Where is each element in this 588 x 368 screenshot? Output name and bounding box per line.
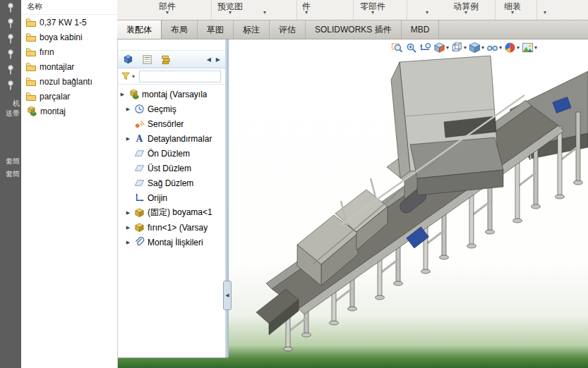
file-item-montajlar[interactable]: montajlar bbox=[21, 59, 117, 74]
file-item-f-r-n[interactable]: fırın bbox=[21, 44, 117, 59]
zoom-fit-icon bbox=[391, 42, 403, 54]
tab-item-2[interactable]: 草图 bbox=[198, 20, 234, 39]
tree-item-montaj-varsay-la[interactable]: ▶montaj (Varsayıla bbox=[117, 87, 225, 102]
zoom-area-button[interactable] bbox=[405, 42, 417, 54]
dropdown-caret-icon[interactable]: ▾ bbox=[464, 44, 467, 51]
dropdown-caret-icon[interactable]: ▾ bbox=[426, 9, 428, 16]
file-item-par-alar[interactable]: parçalar bbox=[21, 89, 117, 104]
tree-item-boyama-1[interactable]: ▶(固定) boyama<1 bbox=[117, 205, 225, 220]
dock-tab-label[interactable]: 套筒 bbox=[6, 169, 20, 179]
ribbon-separator bbox=[353, 0, 354, 20]
tree-item-st-d-zlem[interactable]: Üst Düzlem bbox=[117, 161, 225, 176]
dropdown-caret-icon[interactable]: ▾ bbox=[371, 9, 374, 16]
ribbon-separator bbox=[495, 0, 496, 20]
tree-item-label: montaj (Varsayıla bbox=[142, 90, 207, 99]
file-item-montaj[interactable]: montaj bbox=[21, 104, 117, 118]
dropdown-caret-icon[interactable]: ▾ bbox=[517, 44, 520, 51]
dropdown-caret-icon[interactable]: ▾ bbox=[499, 44, 502, 51]
dock-tab-label[interactable]: 送带 bbox=[6, 109, 20, 118]
file-item-boya-kabini[interactable]: boya kabini bbox=[21, 30, 117, 44]
dropdown-caret-icon[interactable]: ▾ bbox=[544, 9, 546, 16]
pin-icon[interactable] bbox=[0, 78, 21, 93]
plane-icon bbox=[134, 163, 145, 173]
tab-solidworks[interactable]: SOLIDWORKS 插件 bbox=[306, 20, 402, 39]
feature-manager-tab[interactable] bbox=[123, 54, 133, 65]
tree-item-n-d-zlem[interactable]: Ön Düzlem bbox=[117, 146, 225, 161]
scene-button[interactable]: ▾ bbox=[522, 42, 537, 54]
dropdown-caret-icon[interactable]: ▾ bbox=[481, 44, 484, 51]
tree-item-label: Detaylandırmalar bbox=[148, 134, 212, 144]
tree-item-sa-d-zlem[interactable]: Sağ Düzlem bbox=[117, 176, 225, 190]
display-style-button[interactable]: ▾ bbox=[469, 42, 484, 54]
feature-manager-panel: ◀▶ ▾ ▶montaj (Varsayıla▶GeçmişSensörler▶… bbox=[117, 39, 226, 358]
filter-input[interactable] bbox=[139, 70, 221, 82]
tree-item-orijin[interactable]: Orijin bbox=[117, 190, 225, 205]
file-item-nozul-ba-lant[interactable]: nozul bağlantı bbox=[21, 74, 117, 89]
expand-arrow-icon[interactable]: ▶ bbox=[125, 106, 131, 112]
tree-item-f-r-n-1-varsay[interactable]: ▶fırın<1> (Varsay bbox=[117, 220, 225, 235]
pin-icon[interactable] bbox=[0, 62, 21, 78]
file-item-label: fırın bbox=[40, 47, 54, 57]
view-orientation-button[interactable]: ▾ bbox=[451, 42, 467, 54]
annotations-icon: A bbox=[134, 133, 145, 144]
hide-show-icon bbox=[486, 42, 498, 54]
dropdown-caret-icon[interactable]: ▾ bbox=[305, 9, 308, 16]
history-icon bbox=[134, 104, 145, 114]
folder-icon bbox=[26, 33, 36, 42]
pin-icon[interactable] bbox=[0, 47, 21, 62]
tab-mbd[interactable]: MBD bbox=[402, 20, 440, 39]
appearance-button[interactable]: ▾ bbox=[504, 42, 520, 54]
file-list-header: 名称 bbox=[21, 0, 117, 15]
tree-item-sens-rler[interactable]: Sensörler bbox=[117, 116, 225, 131]
tree-item-ge-mi[interactable]: ▶Geçmiş bbox=[117, 102, 225, 116]
pin-icon[interactable] bbox=[0, 16, 21, 31]
expand-arrow-icon[interactable]: ▶ bbox=[119, 92, 126, 97]
ribbon-buttons-row: 部件▾预览图▾件▾零部件▾动算例▾细装▾▾▾▾ bbox=[117, 0, 588, 20]
folder-icon bbox=[26, 63, 36, 71]
ribbon-separator bbox=[211, 0, 212, 20]
panel-collapse-button[interactable]: ◀ bbox=[223, 281, 232, 310]
file-item-0-37-kw-1-5[interactable]: 0,37 KW 1-5 bbox=[21, 15, 117, 30]
expand-arrow-icon[interactable]: ▶ bbox=[125, 136, 131, 142]
expand-arrow-icon[interactable]: ▶ bbox=[125, 210, 131, 216]
tab-item-0[interactable]: 装配体 bbox=[117, 20, 162, 39]
tab-item-4[interactable]: 评估 bbox=[270, 20, 306, 39]
dropdown-caret-icon[interactable]: ▾ bbox=[229, 9, 232, 16]
dock-tab-label[interactable]: 套筒 bbox=[6, 157, 20, 166]
tree-item-label: Sensörler bbox=[148, 119, 184, 129]
dropdown-caret-icon[interactable]: ▾ bbox=[166, 9, 169, 16]
tree-item-montaj-i-li-kileri[interactable]: ▶Montaj İlişkileri bbox=[117, 235, 225, 250]
tree-item-detayland-rmalar[interactable]: ▶ADetaylandırmalar bbox=[117, 131, 225, 146]
tree-filter[interactable]: ▾ bbox=[117, 68, 225, 85]
property-manager-tab[interactable] bbox=[142, 54, 152, 65]
origin-icon bbox=[134, 192, 145, 203]
mates-icon bbox=[134, 237, 145, 247]
tree-item-label: Geçmiş bbox=[148, 104, 176, 114]
assembly-icon bbox=[128, 89, 139, 99]
filter-caret-icon[interactable]: ▾ bbox=[132, 73, 135, 80]
filter-funnel-icon[interactable] bbox=[121, 71, 131, 81]
dropdown-caret-icon[interactable]: ▾ bbox=[534, 44, 537, 51]
dropdown-caret-icon[interactable]: ▾ bbox=[446, 44, 449, 51]
zoom-fit-button[interactable] bbox=[391, 42, 403, 54]
previous-view-button[interactable] bbox=[419, 42, 431, 54]
dock-tab-label[interactable]: 机 bbox=[13, 99, 20, 109]
hide-show-button[interactable]: ▾ bbox=[486, 42, 502, 54]
plane-icon bbox=[134, 178, 145, 188]
tab-item-3[interactable]: 标注 bbox=[234, 20, 270, 39]
pin-icon[interactable] bbox=[0, 0, 21, 16]
dropdown-caret-icon[interactable]: ▾ bbox=[263, 9, 266, 16]
pin-icon[interactable] bbox=[0, 31, 21, 47]
tree-panel-tabs: ◀▶ bbox=[117, 50, 225, 68]
dropdown-caret-icon[interactable]: ▾ bbox=[464, 9, 467, 16]
svg-text:A: A bbox=[136, 134, 143, 144]
dropdown-caret-icon[interactable]: ▾ bbox=[511, 9, 514, 16]
scroll-right-icon[interactable]: ▶ bbox=[216, 56, 220, 63]
expand-arrow-icon[interactable]: ▶ bbox=[125, 225, 131, 231]
expand-arrow-icon[interactable]: ▶ bbox=[125, 240, 131, 245]
configuration-manager-tab[interactable] bbox=[161, 54, 172, 65]
tab-item-1[interactable]: 布局 bbox=[162, 20, 198, 39]
view-toolbar: ▾▾▾▾▾▾ bbox=[391, 42, 537, 54]
section-view-button[interactable]: ▾ bbox=[433, 42, 449, 54]
scroll-left-icon[interactable]: ◀ bbox=[207, 56, 211, 63]
